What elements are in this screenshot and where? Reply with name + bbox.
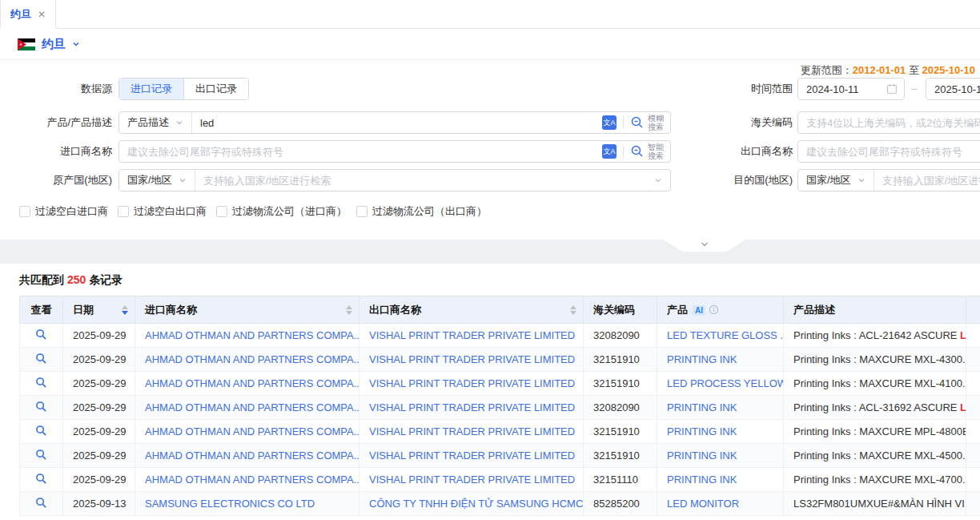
destination-country-input[interactable] [874, 170, 980, 191]
fuzzy-search-button[interactable]: 模糊 搜索 [624, 112, 670, 133]
view-record-button[interactable] [35, 497, 47, 509]
exporter-link[interactable]: VISHAL PRINT TRADER PRIVATE LIMITED [369, 449, 575, 462]
tab-import-records[interactable]: 进口记录 [119, 79, 183, 99]
view-record-button[interactable] [35, 329, 47, 341]
checkbox-filter-logistics-importer[interactable]: 过滤物流公司（进口商） [216, 204, 347, 219]
product-link[interactable]: PRINTING INK [667, 425, 737, 437]
date-end-input[interactable] [934, 83, 980, 95]
checkbox-icon[interactable] [356, 206, 368, 217]
sort-date[interactable] [122, 305, 128, 315]
header-product: 产品AI [657, 296, 784, 324]
update-range: 更新范围：2012-01-01 至 2025-10-10 [801, 63, 975, 78]
caret-up-icon[interactable] [346, 305, 352, 309]
caret-down-icon[interactable] [570, 311, 576, 315]
product-link[interactable]: LED TEXTURE GLOSS ... [667, 329, 784, 341]
panel-separator [0, 240, 980, 264]
checkbox-filter-blank-exporter[interactable]: 过滤空白出口商 [118, 204, 207, 219]
importer-link[interactable]: AHMAD OTHMAN AND PARTNERS COMPA... [145, 401, 359, 413]
match-count-summary: 共匹配到 250 条记录 [0, 264, 980, 296]
highlighted-term: LE [960, 329, 966, 341]
date-start-field[interactable] [797, 78, 905, 100]
translate-icon[interactable]: 文A [602, 144, 617, 159]
exporter-link[interactable]: VISHAL PRINT TRADER PRIVATE LIMITED [369, 329, 575, 341]
product-input[interactable] [192, 112, 602, 133]
importer-link[interactable]: AHMAD OTHMAN AND PARTNERS COMPA... [145, 377, 359, 389]
caret-up-icon[interactable] [570, 305, 576, 309]
view-record-button[interactable] [35, 425, 47, 437]
origin-type-select[interactable]: 国家/地区 [119, 170, 195, 191]
exporter-link[interactable]: VISHAL PRINT TRADER PRIVATE LIMITED [369, 474, 575, 486]
destination-type-select[interactable]: 国家/地区 [798, 170, 874, 191]
collapse-filters-button[interactable] [663, 240, 746, 252]
product-link[interactable]: LED MONITOR [667, 498, 739, 510]
exporter-link[interactable]: VISHAL PRINT TRADER PRIVATE LIMITED [369, 401, 575, 413]
view-record-button[interactable] [35, 401, 47, 413]
exporter-link[interactable]: VISHAL PRINT TRADER PRIVATE LIMITED [369, 425, 575, 437]
cell-date: 2025-09-29 [63, 324, 135, 348]
importer-link[interactable]: SAMSUNG ELECTRONICS CO LTD [145, 498, 315, 510]
checkbox-filter-logistics-exporter[interactable]: 过滤物流公司（出口商） [356, 204, 487, 219]
chevron-down-icon [175, 119, 183, 127]
close-icon[interactable]: ✕ [38, 9, 46, 20]
table-row: 2025-09-29 AHMAD OTHMAN AND PARTNERS COM… [20, 468, 980, 492]
hs-code-label: 海关编码 [673, 111, 793, 134]
header-importer[interactable]: 进口商名称 [135, 296, 359, 324]
hs-code-input[interactable] [798, 112, 980, 133]
tab-jordan[interactable]: 约旦 ✕ [0, 0, 56, 29]
exporter-link[interactable]: VISHAL PRINT TRADER PRIVATE LIMITED [369, 353, 575, 365]
checkbox-icon[interactable] [118, 206, 129, 217]
checkbox-filter-blank-importer[interactable]: 过滤空白进口商 [19, 204, 108, 219]
update-range-end: 2025-10-10 [922, 64, 976, 76]
caret-down-icon[interactable] [122, 311, 128, 315]
view-record-button[interactable] [35, 473, 47, 485]
product-type-select[interactable]: 产品描述 [119, 112, 192, 133]
cell-description: Printing Inks : MAXCURE MXL-4100... [784, 372, 966, 396]
origin-country-input[interactable] [195, 170, 654, 191]
translate-icon[interactable]: 文A [602, 115, 617, 130]
importer-link[interactable]: AHMAD OTHMAN AND PARTNERS COMPA... [145, 474, 359, 486]
importer-link[interactable]: AHMAD OTHMAN AND PARTNERS COMPA... [145, 425, 359, 437]
time-range-label: 时间范围 [673, 78, 793, 100]
date-start-input[interactable] [806, 83, 882, 95]
product-link[interactable]: PRINTING INK [667, 449, 737, 462]
origin-field-group: 国家/地区 [118, 169, 671, 191]
product-link[interactable]: LED PROCESS YELLOW... [667, 377, 784, 389]
search-minus-icon [630, 144, 645, 159]
exporter-input[interactable] [798, 141, 980, 162]
tab-export-records[interactable]: 出口记录 [183, 79, 248, 99]
view-record-button[interactable] [35, 377, 47, 389]
cell-hs-code: 32082090 [584, 324, 657, 348]
exporter-link[interactable]: CÔNG TY TNHH ĐIỆN TỬ SAMSUNG HCMC... [369, 498, 584, 510]
table-row: 2025-09-29 AHMAD OTHMAN AND PARTNERS COM… [20, 396, 980, 420]
chevron-down-icon[interactable] [654, 176, 662, 184]
product-link[interactable]: PRINTING INK [667, 474, 737, 486]
checkbox-icon[interactable] [19, 206, 30, 217]
destination-country-label: 目的国(地区) [673, 169, 793, 191]
importer-link[interactable]: AHMAD OTHMAN AND PARTNERS COMPA... [145, 329, 359, 341]
chevron-down-icon[interactable] [72, 40, 80, 48]
importer-link[interactable]: AHMAD OTHMAN AND PARTNERS COMPA... [145, 449, 359, 462]
date-end-field[interactable] [926, 78, 980, 100]
sort-exporter[interactable] [570, 305, 576, 315]
checkbox-icon[interactable] [216, 206, 227, 217]
importer-link[interactable]: AHMAD OTHMAN AND PARTNERS COMPA... [145, 353, 359, 365]
importer-input[interactable] [119, 141, 602, 162]
tab-label: 约旦 [10, 7, 31, 22]
caret-up-icon[interactable] [122, 305, 128, 309]
view-record-button[interactable] [35, 353, 47, 365]
caret-down-icon[interactable] [346, 311, 352, 315]
sort-importer[interactable] [346, 305, 352, 315]
exporter-link[interactable]: VISHAL PRINT TRADER PRIVATE LIMITED [369, 377, 575, 389]
cell-hs-code: 32151110 [584, 468, 657, 492]
country-name[interactable]: 约旦 [42, 37, 66, 52]
smart-search-button[interactable]: 智能 搜索 [624, 141, 670, 162]
product-link[interactable]: PRINTING INK [667, 401, 737, 413]
hs-code-field [797, 111, 980, 134]
update-range-label: 更新范围： [801, 64, 853, 76]
header-date[interactable]: 日期 [63, 296, 135, 324]
info-icon[interactable] [709, 304, 719, 315]
cell-description: Printing Inks : MAXCURE MXL-4300... [784, 348, 966, 372]
header-exporter[interactable]: 出口商名称 [359, 296, 584, 324]
view-record-button[interactable] [35, 449, 47, 461]
product-link[interactable]: PRINTING INK [667, 353, 737, 365]
